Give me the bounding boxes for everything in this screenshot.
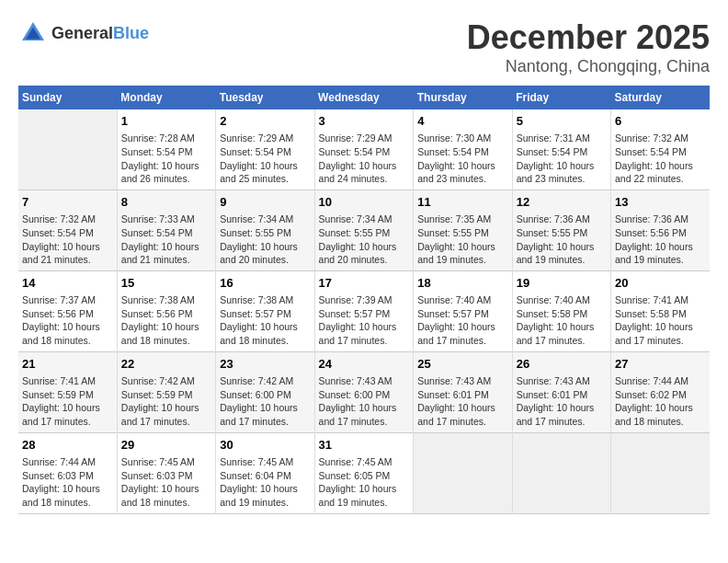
day-number: 9 (220, 194, 310, 211)
calendar-cell: 3Sunrise: 7:29 AMSunset: 5:54 PMDaylight… (314, 109, 414, 190)
calendar-cell: 6Sunrise: 7:32 AMSunset: 5:54 PMDaylight… (611, 109, 710, 190)
day-number: 30 (220, 437, 310, 454)
calendar-cell: 16Sunrise: 7:38 AMSunset: 5:57 PMDayligh… (216, 270, 314, 351)
calendar-cell: 21Sunrise: 7:41 AMSunset: 5:59 PMDayligh… (18, 351, 117, 432)
week-row-1: 1Sunrise: 7:28 AMSunset: 5:54 PMDaylight… (18, 109, 710, 190)
cell-info: Sunrise: 7:41 AMSunset: 5:58 PMDaylight:… (615, 293, 706, 348)
cell-info: Sunrise: 7:44 AMSunset: 6:02 PMDaylight:… (615, 374, 706, 429)
calendar-cell: 30Sunrise: 7:45 AMSunset: 6:04 PMDayligh… (216, 432, 314, 513)
title-block: December 2025 Nantong, Chongqing, China (467, 18, 710, 76)
calendar-cell (18, 109, 117, 190)
day-number: 28 (22, 437, 113, 454)
cell-info: Sunrise: 7:37 AMSunset: 5:56 PMDaylight:… (22, 293, 113, 348)
day-number: 13 (615, 194, 706, 211)
cell-info: Sunrise: 7:40 AMSunset: 5:57 PMDaylight:… (417, 293, 507, 348)
day-number: 5 (517, 113, 607, 130)
cell-info: Sunrise: 7:42 AMSunset: 6:00 PMDaylight:… (220, 374, 310, 429)
cell-info: Sunrise: 7:38 AMSunset: 5:56 PMDaylight:… (121, 293, 211, 348)
day-number: 12 (517, 194, 607, 211)
day-number: 11 (417, 194, 507, 211)
calendar-cell: 18Sunrise: 7:40 AMSunset: 5:57 PMDayligh… (414, 270, 512, 351)
day-number: 14 (22, 275, 113, 292)
day-number: 26 (517, 356, 607, 373)
cell-info: Sunrise: 7:43 AMSunset: 6:01 PMDaylight:… (417, 374, 507, 429)
cell-info: Sunrise: 7:45 AMSunset: 6:05 PMDaylight:… (319, 455, 410, 510)
cell-info: Sunrise: 7:45 AMSunset: 6:03 PMDaylight:… (121, 455, 211, 510)
calendar-cell: 31Sunrise: 7:45 AMSunset: 6:05 PMDayligh… (314, 432, 414, 513)
cell-info: Sunrise: 7:34 AMSunset: 5:55 PMDaylight:… (319, 213, 410, 267)
cell-info: Sunrise: 7:39 AMSunset: 5:57 PMDaylight:… (319, 293, 410, 348)
header-friday: Friday (512, 86, 610, 109)
calendar-cell: 10Sunrise: 7:34 AMSunset: 5:55 PMDayligh… (314, 190, 414, 270)
cell-info: Sunrise: 7:41 AMSunset: 5:59 PMDaylight:… (22, 374, 113, 429)
calendar-cell (414, 432, 512, 513)
day-number: 2 (220, 113, 310, 130)
page-header: GeneralBlue December 2025 Nantong, Chong… (18, 18, 710, 76)
day-number: 4 (417, 113, 507, 130)
calendar-cell: 24Sunrise: 7:43 AMSunset: 6:00 PMDayligh… (314, 351, 414, 432)
header-thursday: Thursday (414, 86, 512, 109)
cell-info: Sunrise: 7:36 AMSunset: 5:56 PMDaylight:… (615, 213, 706, 267)
calendar-cell: 20Sunrise: 7:41 AMSunset: 5:58 PMDayligh… (611, 270, 710, 351)
logo-icon (18, 18, 48, 48)
cell-info: Sunrise: 7:32 AMSunset: 5:54 PMDaylight:… (22, 213, 113, 267)
cell-info: Sunrise: 7:44 AMSunset: 6:03 PMDaylight:… (22, 455, 113, 510)
day-number: 21 (22, 356, 113, 373)
week-row-4: 21Sunrise: 7:41 AMSunset: 5:59 PMDayligh… (18, 351, 710, 432)
header-sunday: Sunday (18, 86, 117, 109)
logo: GeneralBlue (18, 18, 149, 48)
calendar-cell: 17Sunrise: 7:39 AMSunset: 5:57 PMDayligh… (314, 270, 414, 351)
calendar-cell: 7Sunrise: 7:32 AMSunset: 5:54 PMDaylight… (18, 190, 117, 270)
calendar-cell: 25Sunrise: 7:43 AMSunset: 6:01 PMDayligh… (414, 351, 512, 432)
day-number: 3 (319, 113, 410, 130)
header-wednesday: Wednesday (314, 86, 414, 109)
cell-info: Sunrise: 7:43 AMSunset: 6:00 PMDaylight:… (319, 374, 410, 429)
calendar-cell: 23Sunrise: 7:42 AMSunset: 6:00 PMDayligh… (216, 351, 314, 432)
day-number: 20 (615, 275, 706, 292)
header-monday: Monday (117, 86, 215, 109)
header-saturday: Saturday (611, 86, 710, 109)
cell-info: Sunrise: 7:35 AMSunset: 5:55 PMDaylight:… (417, 213, 507, 267)
cell-info: Sunrise: 7:32 AMSunset: 5:54 PMDaylight:… (615, 132, 706, 186)
day-number: 6 (615, 113, 706, 130)
calendar-cell: 26Sunrise: 7:43 AMSunset: 6:01 PMDayligh… (512, 351, 610, 432)
day-number: 16 (220, 275, 310, 292)
cell-info: Sunrise: 7:29 AMSunset: 5:54 PMDaylight:… (220, 132, 310, 186)
logo-general-text: GeneralBlue (51, 24, 149, 43)
calendar-cell (512, 432, 610, 513)
day-number: 17 (319, 275, 410, 292)
week-row-5: 28Sunrise: 7:44 AMSunset: 6:03 PMDayligh… (18, 432, 710, 513)
month-year-title: December 2025 (467, 18, 710, 57)
day-number: 1 (121, 113, 211, 130)
calendar-cell: 1Sunrise: 7:28 AMSunset: 5:54 PMDaylight… (117, 109, 215, 190)
cell-info: Sunrise: 7:45 AMSunset: 6:04 PMDaylight:… (220, 455, 310, 510)
calendar-cell: 22Sunrise: 7:42 AMSunset: 5:59 PMDayligh… (117, 351, 215, 432)
calendar-cell: 19Sunrise: 7:40 AMSunset: 5:58 PMDayligh… (512, 270, 610, 351)
calendar-cell: 13Sunrise: 7:36 AMSunset: 5:56 PMDayligh… (611, 190, 710, 270)
calendar-cell: 5Sunrise: 7:31 AMSunset: 5:54 PMDaylight… (512, 109, 610, 190)
cell-info: Sunrise: 7:33 AMSunset: 5:54 PMDaylight:… (121, 213, 211, 267)
week-row-3: 14Sunrise: 7:37 AMSunset: 5:56 PMDayligh… (18, 270, 710, 351)
day-number: 29 (121, 437, 211, 454)
day-number: 10 (319, 194, 410, 211)
header-tuesday: Tuesday (216, 86, 314, 109)
calendar-cell: 29Sunrise: 7:45 AMSunset: 6:03 PMDayligh… (117, 432, 215, 513)
cell-info: Sunrise: 7:42 AMSunset: 5:59 PMDaylight:… (121, 374, 211, 429)
calendar-cell: 28Sunrise: 7:44 AMSunset: 6:03 PMDayligh… (18, 432, 117, 513)
calendar-cell: 11Sunrise: 7:35 AMSunset: 5:55 PMDayligh… (414, 190, 512, 270)
day-number: 27 (615, 356, 706, 373)
cell-info: Sunrise: 7:34 AMSunset: 5:55 PMDaylight:… (220, 213, 310, 267)
day-number: 7 (22, 194, 113, 211)
cell-info: Sunrise: 7:36 AMSunset: 5:55 PMDaylight:… (517, 213, 607, 267)
calendar-cell: 4Sunrise: 7:30 AMSunset: 5:54 PMDaylight… (414, 109, 512, 190)
cell-info: Sunrise: 7:28 AMSunset: 5:54 PMDaylight:… (121, 132, 211, 186)
calendar-cell: 27Sunrise: 7:44 AMSunset: 6:02 PMDayligh… (611, 351, 710, 432)
cell-info: Sunrise: 7:38 AMSunset: 5:57 PMDaylight:… (220, 293, 310, 348)
calendar-cell: 15Sunrise: 7:38 AMSunset: 5:56 PMDayligh… (117, 270, 215, 351)
calendar-cell: 12Sunrise: 7:36 AMSunset: 5:55 PMDayligh… (512, 190, 610, 270)
calendar-table: SundayMondayTuesdayWednesdayThursdayFrid… (18, 86, 710, 514)
cell-info: Sunrise: 7:43 AMSunset: 6:01 PMDaylight:… (517, 374, 607, 429)
cell-info: Sunrise: 7:31 AMSunset: 5:54 PMDaylight:… (517, 132, 607, 186)
calendar-cell: 8Sunrise: 7:33 AMSunset: 5:54 PMDaylight… (117, 190, 215, 270)
location-subtitle: Nantong, Chongqing, China (467, 57, 710, 76)
